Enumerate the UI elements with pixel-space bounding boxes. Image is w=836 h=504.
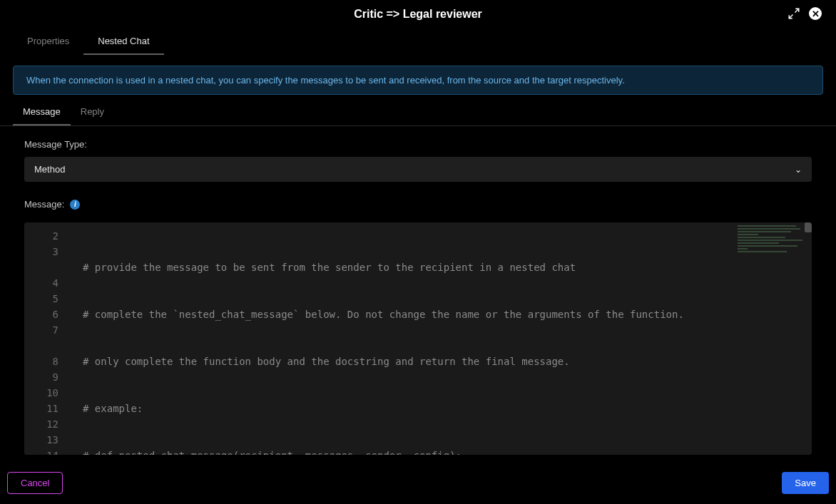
- svg-line-1: [789, 15, 792, 19]
- save-button[interactable]: Save: [782, 472, 829, 494]
- tab-properties[interactable]: Properties: [13, 29, 83, 55]
- modal-header: Critic => Legal reviewer ✕: [0, 0, 836, 29]
- message-type-value: Method: [34, 164, 65, 175]
- svg-line-0: [795, 9, 799, 12]
- message-type-dropdown[interactable]: Method ⌄: [24, 157, 812, 182]
- code-editor[interactable]: 23 4567 891011121314 # provide the messa…: [24, 222, 812, 455]
- code-line-6: # def nested_chat_message(recipient, mes…: [83, 450, 462, 455]
- minimap[interactable]: [738, 225, 806, 254]
- message-type-label: Message Type:: [24, 139, 812, 150]
- sub-tabs: Message Reply: [0, 99, 836, 126]
- info-icon[interactable]: i: [70, 200, 80, 210]
- code-line-4: # only complete the function body and th…: [83, 356, 570, 367]
- cancel-button[interactable]: Cancel: [7, 472, 63, 494]
- tab-nested-chat[interactable]: Nested Chat: [83, 29, 163, 55]
- message-label: Message: i: [24, 199, 812, 210]
- close-icon[interactable]: ✕: [809, 7, 822, 20]
- info-box: When the connection is used in a nested …: [13, 66, 823, 95]
- content-area: Message Type: Method ⌄ Message: i 23 456…: [0, 126, 836, 462]
- modal-controls: ✕: [787, 7, 822, 20]
- tab-message[interactable]: Message: [13, 99, 71, 125]
- code-line-2: # provide the message to be sent from th…: [83, 262, 576, 273]
- code-line-3: # complete the `nested_chat_message` bel…: [83, 309, 684, 320]
- message-label-text: Message:: [24, 199, 64, 210]
- main-tabs: Properties Nested Chat: [0, 29, 836, 56]
- chevron-down-icon: ⌄: [795, 165, 802, 175]
- line-gutter: 23 4567 891011121314: [24, 222, 73, 455]
- modal-footer: Cancel Save: [0, 462, 836, 504]
- modal-dialog: Critic => Legal reviewer ✕ Properties Ne…: [0, 0, 836, 504]
- modal-title: Critic => Legal reviewer: [354, 8, 482, 21]
- expand-icon[interactable]: [787, 7, 800, 20]
- code-content[interactable]: # provide the message to be sent from th…: [73, 222, 812, 455]
- tab-reply[interactable]: Reply: [71, 99, 114, 125]
- scrollbar-thumb[interactable]: [805, 222, 812, 232]
- code-line-5: # example:: [83, 403, 143, 414]
